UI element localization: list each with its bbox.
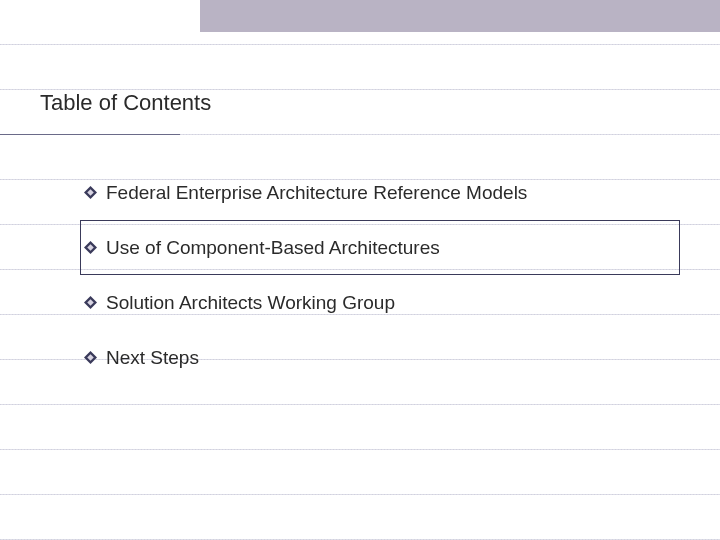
contents-list: Federal Enterprise Architecture Referenc… [80, 165, 680, 385]
list-item-label: Solution Architects Working Group [106, 292, 395, 314]
list-item-label: Federal Enterprise Architecture Referenc… [106, 182, 527, 204]
diamond-bullet-icon [84, 186, 97, 199]
title-underline [0, 134, 180, 135]
diamond-bullet-icon [84, 241, 97, 254]
diamond-bullet-icon [84, 296, 97, 309]
diamond-bullet-icon [84, 351, 97, 364]
slide-title: Table of Contents [40, 90, 211, 116]
list-item-label: Next Steps [106, 347, 199, 369]
list-item-label: Use of Component-Based Architectures [106, 237, 440, 259]
list-item: Use of Component-Based Architectures [80, 220, 680, 275]
list-item: Federal Enterprise Architecture Referenc… [80, 165, 680, 220]
list-item: Solution Architects Working Group [80, 275, 680, 330]
top-banner [200, 0, 720, 32]
list-item: Next Steps [80, 330, 680, 385]
